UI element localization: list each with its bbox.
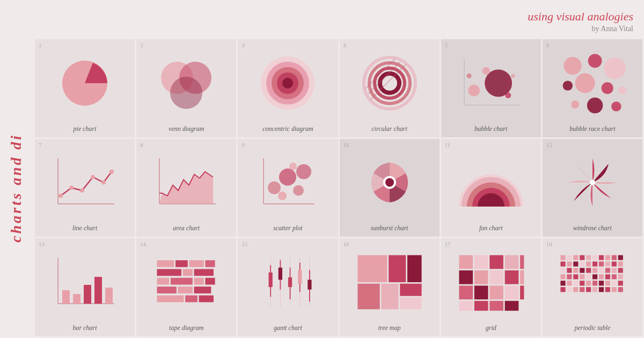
svg-rect-182 xyxy=(612,287,617,292)
svg-point-40 xyxy=(91,175,95,179)
svg-rect-152 xyxy=(612,268,617,273)
svg-rect-151 xyxy=(605,268,610,273)
svg-rect-154 xyxy=(560,274,565,279)
svg-point-21 xyxy=(482,67,490,75)
svg-point-23 xyxy=(511,74,515,78)
svg-rect-73 xyxy=(157,278,170,285)
tape-cell: 14 tap xyxy=(136,238,236,336)
grid-cell: 17 xyxy=(441,238,541,336)
svg-rect-150 xyxy=(599,268,604,273)
svg-point-25 xyxy=(564,57,581,75)
bubble-chart-label: bubble chart xyxy=(474,125,507,133)
svg-rect-62 xyxy=(73,294,80,304)
venn-label: venn diagram xyxy=(169,125,204,133)
svg-rect-106 xyxy=(474,255,488,269)
treemap-cell: 16 tree map xyxy=(340,238,440,336)
svg-rect-81 xyxy=(185,296,197,303)
svg-rect-126 xyxy=(573,255,578,260)
bubble-chart-visual xyxy=(441,39,541,123)
svg-point-52 xyxy=(296,164,311,179)
area-chart-cell: 8 area chart xyxy=(136,139,236,237)
fan-cell: 11 fan chart xyxy=(441,139,541,237)
svg-rect-141 xyxy=(605,262,610,267)
svg-rect-65 xyxy=(105,288,113,304)
windrose-visual xyxy=(543,139,642,223)
svg-rect-63 xyxy=(84,285,91,304)
svg-point-24 xyxy=(466,74,471,78)
svg-point-53 xyxy=(289,163,297,170)
svg-point-28 xyxy=(563,80,573,90)
svg-point-48 xyxy=(268,181,281,194)
svg-rect-176 xyxy=(573,287,578,292)
svg-rect-89 xyxy=(269,273,273,287)
header-title: using visual analogies xyxy=(528,10,633,24)
gantt-label: gantt chart xyxy=(274,324,302,332)
svg-rect-69 xyxy=(206,260,215,267)
svg-rect-157 xyxy=(580,274,584,279)
svg-rect-177 xyxy=(580,287,584,292)
svg-rect-107 xyxy=(489,255,503,269)
svg-rect-169 xyxy=(592,281,597,285)
svg-rect-175 xyxy=(567,287,572,292)
svg-rect-116 xyxy=(474,286,488,300)
svg-rect-172 xyxy=(612,281,617,285)
svg-rect-100 xyxy=(407,255,422,282)
svg-rect-115 xyxy=(459,286,473,300)
svg-point-20 xyxy=(468,85,480,97)
circular-cell: 4 circular chart xyxy=(340,39,440,137)
svg-point-32 xyxy=(571,100,579,108)
svg-rect-66 xyxy=(157,260,174,267)
svg-rect-142 xyxy=(612,262,617,267)
svg-rect-134 xyxy=(560,262,565,267)
svg-rect-72 xyxy=(194,269,214,276)
svg-rect-125 xyxy=(567,255,572,260)
svg-rect-180 xyxy=(599,287,604,292)
svg-rect-95 xyxy=(298,270,302,283)
svg-point-26 xyxy=(588,54,602,68)
svg-rect-133 xyxy=(618,255,623,260)
bubble-race-label: bubble race chart xyxy=(569,125,615,133)
svg-point-37 xyxy=(58,194,63,198)
svg-rect-120 xyxy=(459,301,473,311)
svg-point-10 xyxy=(364,57,415,109)
periodic-cell: 18 xyxy=(543,238,642,336)
svg-point-58 xyxy=(590,180,595,185)
svg-rect-155 xyxy=(567,274,572,279)
bubble-race-cell: 6 bubble race chart xyxy=(543,39,642,137)
svg-rect-131 xyxy=(605,255,610,260)
svg-point-13 xyxy=(380,74,399,93)
svg-rect-139 xyxy=(592,262,597,267)
circular-visual xyxy=(340,39,440,123)
svg-rect-178 xyxy=(586,287,591,292)
tape-label: tape diagram xyxy=(169,324,203,332)
svg-rect-98 xyxy=(357,255,387,282)
svg-point-42 xyxy=(109,170,114,174)
bubble-chart-cell: 5 bubble chart xyxy=(441,39,541,137)
svg-rect-114 xyxy=(520,270,524,284)
svg-rect-64 xyxy=(94,277,102,304)
svg-rect-102 xyxy=(381,284,398,310)
svg-rect-140 xyxy=(599,262,604,267)
svg-rect-181 xyxy=(605,287,610,292)
svg-rect-149 xyxy=(592,268,597,273)
svg-rect-78 xyxy=(178,286,193,293)
svg-rect-145 xyxy=(567,268,572,273)
venn-cell: 2 venn diagram xyxy=(136,39,236,137)
svg-point-57 xyxy=(385,178,394,187)
concentric-cell: 3 concentric diagram xyxy=(238,39,338,137)
svg-point-50 xyxy=(293,185,304,196)
svg-rect-123 xyxy=(504,301,518,311)
svg-rect-156 xyxy=(573,274,578,279)
tape-visual xyxy=(136,238,236,322)
svg-rect-162 xyxy=(612,274,617,279)
svg-rect-179 xyxy=(592,287,597,292)
svg-rect-109 xyxy=(520,255,524,269)
svg-rect-70 xyxy=(157,269,181,276)
svg-rect-161 xyxy=(605,274,610,279)
fan-label: fan chart xyxy=(479,224,503,232)
svg-rect-166 xyxy=(573,281,578,285)
line-chart-visual xyxy=(35,139,135,223)
windrose-cell: 12 windrose chart xyxy=(543,139,642,237)
svg-point-49 xyxy=(279,168,296,186)
svg-rect-167 xyxy=(580,281,584,285)
